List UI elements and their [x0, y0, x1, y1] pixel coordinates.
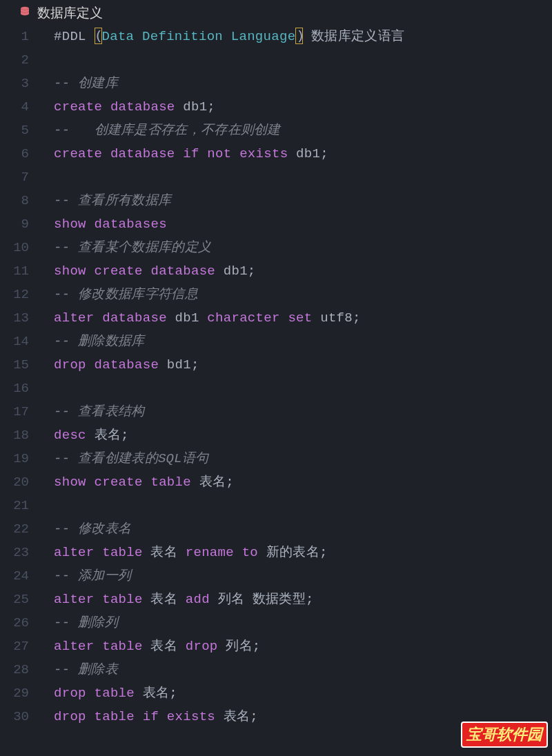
token-txt [86, 475, 95, 490]
code-content: drop database bd1; [41, 353, 552, 377]
token-txt: bd1; [159, 357, 199, 372]
code-line[interactable]: 22-- 修改表名 [0, 517, 552, 541]
token-br-hl: ) [295, 28, 303, 44]
line-number: 10 [0, 236, 41, 259]
code-line[interactable]: 23alter table 表名 rename to 新的表名; [0, 541, 552, 564]
code-line[interactable]: 17-- 查看表结构 [0, 400, 552, 424]
token-k: create [54, 99, 102, 115]
line-number: 11 [0, 259, 41, 283]
code-line[interactable]: 5-- 创建库是否存在，不存在则创建 [0, 119, 552, 142]
token-k: rename [186, 545, 234, 560]
line-number: 15 [0, 353, 41, 377]
svg-point-0 [21, 6, 29, 9]
code-content: show create table 表名; [41, 470, 552, 494]
token-txt [86, 217, 95, 232]
line-number: 7 [0, 166, 41, 189]
token-txt [102, 146, 110, 161]
line-number: 29 [0, 682, 41, 705]
line-number: 24 [0, 564, 41, 588]
token-txt [86, 357, 95, 372]
token-k: databases [95, 217, 167, 232]
code-line[interactable]: 10-- 查看某个数据库的定义 [0, 236, 552, 259]
token-k: create [95, 263, 143, 279]
code-content: show create database db1; [41, 259, 552, 283]
code-line[interactable]: 1#DDL (Data Definition Language) 数据库定义语言 [0, 25, 552, 48]
token-k: alter [54, 639, 95, 654]
token-txt [199, 146, 208, 161]
code-line[interactable]: 20show create table 表名; [0, 470, 552, 494]
token-k: add [186, 592, 210, 607]
code-content: show databases [41, 212, 552, 236]
token-br-hl: ( [95, 28, 102, 44]
code-line[interactable]: 19-- 查看创建表的SQL语句 [0, 447, 552, 470]
token-k: table [95, 709, 135, 724]
token-k: drop [54, 357, 86, 372]
token-k: alter [54, 310, 95, 326]
line-number: 21 [0, 494, 41, 517]
code-content: alter table 表名 add 列名 数据类型; [41, 588, 552, 611]
code-line[interactable]: 15drop database bd1; [0, 353, 552, 377]
code-content: #DDL (Data Definition Language) 数据库定义语言 [41, 25, 552, 48]
code-line[interactable]: 6create database if not exists db1; [0, 142, 552, 166]
token-k: not [207, 146, 231, 161]
token-k: alter [54, 592, 95, 607]
line-number: 22 [0, 517, 41, 541]
token-k: desc [54, 428, 86, 443]
code-line[interactable]: 16 [0, 377, 552, 400]
token-k: database [150, 263, 215, 279]
code-line[interactable]: 13alter database db1 character set utf8; [0, 306, 552, 330]
code-line[interactable]: 12-- 修改数据库字符信息 [0, 283, 552, 306]
code-content: -- 查看某个数据库的定义 [41, 236, 552, 259]
token-txt: 表名; [86, 428, 129, 443]
line-number: 28 [0, 658, 41, 682]
token-txt: utf8; [313, 310, 361, 326]
line-number: 2 [0, 48, 41, 72]
token-k: drop [54, 709, 86, 724]
code-line[interactable]: 4create database db1; [0, 95, 552, 119]
token-txt: 列名; [218, 639, 261, 654]
watermark-badge: 宝哥软件园 [461, 722, 548, 748]
token-txt [102, 99, 110, 115]
code-line[interactable]: 26-- 删除列 [0, 611, 552, 635]
token-k: create [54, 146, 102, 161]
code-line[interactable]: 25alter table 表名 add 列名 数据类型; [0, 588, 552, 611]
code-line[interactable]: 2 [0, 48, 552, 72]
token-cmt: -- 查看某个数据库的定义 [54, 240, 211, 255]
file-tab[interactable]: 数据库定义 [0, 0, 552, 23]
token-txt [95, 310, 103, 326]
code-line[interactable]: 29drop table 表名; [0, 682, 552, 705]
code-line[interactable]: 28-- 删除表 [0, 658, 552, 682]
code-line[interactable]: 27alter table 表名 drop 列名; [0, 635, 552, 658]
token-cmt: -- 查看表结构 [54, 404, 145, 419]
code-line[interactable]: 24-- 添加一列 [0, 564, 552, 588]
token-txt: 表名; [135, 686, 177, 701]
token-k: database [95, 357, 159, 372]
token-k: table [102, 545, 143, 560]
code-line[interactable]: 14-- 删除数据库 [0, 330, 552, 353]
code-content: -- 查看创建表的SQL语句 [41, 447, 552, 470]
token-cmt: -- 查看所有数据库 [54, 193, 171, 208]
code-line[interactable]: 3-- 创建库 [0, 72, 552, 95]
line-number: 5 [0, 119, 41, 142]
code-content: -- 查看所有数据库 [41, 189, 552, 212]
token-cmt: -- [54, 76, 78, 91]
token-txt [159, 709, 167, 724]
code-line[interactable]: 9show databases [0, 212, 552, 236]
token-k: if [143, 709, 159, 724]
line-number: 18 [0, 424, 41, 447]
code-line[interactable]: 8-- 查看所有数据库 [0, 189, 552, 212]
code-line[interactable]: 11show create database db1; [0, 259, 552, 283]
code-line[interactable]: 7 [0, 166, 552, 189]
code-content: desc 表名; [41, 424, 552, 447]
token-k: database [110, 99, 175, 115]
code-line[interactable]: 18desc 表名; [0, 424, 552, 447]
code-content: -- 修改数据库字符信息 [41, 283, 552, 306]
line-number: 23 [0, 541, 41, 564]
code-line[interactable]: 21 [0, 494, 552, 517]
token-k: show [54, 217, 86, 232]
token-txt [303, 29, 311, 44]
code-editor[interactable]: 1#DDL (Data Definition Language) 数据库定义语言… [0, 23, 552, 728]
token-k: table [95, 686, 135, 701]
token-txt: 表名 [143, 592, 186, 607]
token-k: show [54, 475, 86, 490]
